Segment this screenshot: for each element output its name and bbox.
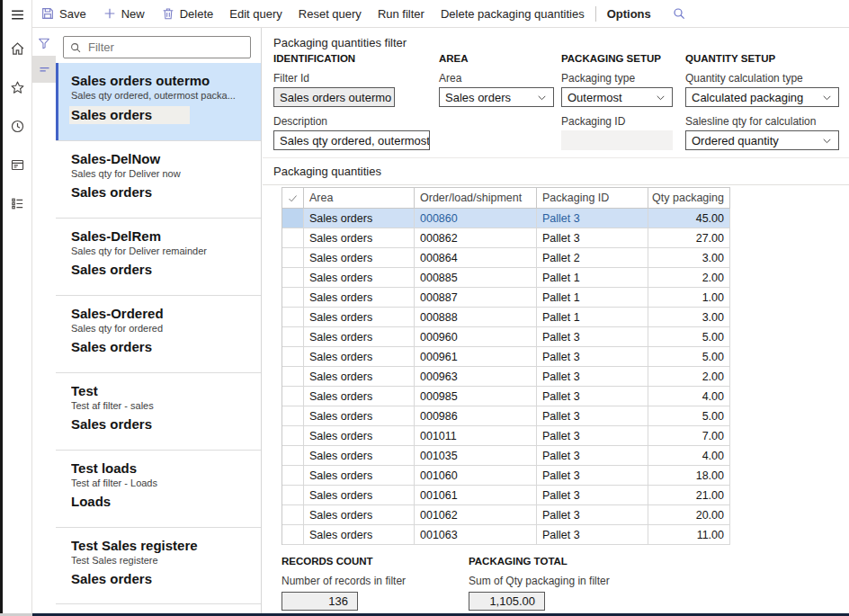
row-selector-cell[interactable]	[282, 525, 304, 544]
packaging-type-dropdown[interactable]: Outermost	[561, 87, 673, 107]
order-cell[interactable]: 001063	[415, 525, 537, 544]
saved-views-tab[interactable]	[32, 56, 56, 83]
delete-button[interactable]: Delete	[153, 6, 222, 21]
row-selector-cell[interactable]	[282, 228, 304, 247]
grid-row[interactable]: Sales orders 001061 Pallet 3 21.00	[282, 486, 730, 505]
grid-row[interactable]: Sales orders 000864 Pallet 2 3.00	[282, 248, 730, 268]
packaging-id-cell[interactable]: Pallet 3	[537, 446, 648, 465]
grid-row[interactable]: Sales orders 001060 Pallet 3 18.00	[282, 466, 730, 486]
order-cell[interactable]: 000860	[415, 209, 537, 228]
order-cell[interactable]: 000885	[415, 268, 537, 287]
order-cell[interactable]: 001035	[415, 446, 537, 465]
star-icon[interactable]	[10, 80, 25, 95]
grid-row[interactable]: Sales orders 000961 Pallet 3 5.00	[282, 347, 730, 367]
row-selector-cell[interactable]	[282, 486, 304, 504]
row-selector-cell[interactable]	[282, 406, 304, 425]
run-filter-button[interactable]: Run filter	[370, 7, 433, 21]
saved-view-test-sales-registere[interactable]: Test Sales registere Test Sales register…	[56, 527, 261, 604]
column-header-qty-packaging[interactable]: Qty packaging	[648, 188, 730, 208]
reset-query-button[interactable]: Reset query	[290, 7, 370, 21]
grid-row[interactable]: Sales orders 000963 Pallet 3 2.00	[282, 367, 730, 387]
order-cell[interactable]: 000985	[415, 387, 537, 406]
view-filter-input[interactable]	[86, 40, 245, 55]
row-selector-cell[interactable]	[282, 505, 304, 524]
grid-row[interactable]: Sales orders 000885 Pallet 1 2.00	[282, 268, 730, 288]
grid-row[interactable]: Sales orders 000986 Pallet 3 5.00	[282, 406, 730, 426]
grid-row[interactable]: Sales orders 000862 Pallet 3 27.00	[282, 228, 730, 248]
column-header-packaging-id[interactable]: Packaging ID	[537, 188, 648, 208]
row-selector-cell[interactable]	[282, 426, 304, 445]
grid-row[interactable]: Sales orders 000960 Pallet 3 5.00	[282, 327, 730, 347]
menu-icon[interactable]	[10, 7, 25, 22]
order-cell[interactable]: 000961	[415, 347, 537, 366]
save-button[interactable]: Save	[32, 6, 94, 21]
saved-view-sales-delnow[interactable]: Sales-DelNow Sales qty for Deliver now S…	[56, 140, 261, 218]
options-button[interactable]: Options	[599, 7, 659, 21]
column-header-order-load-shipment[interactable]: Order/load/shipment	[415, 188, 537, 208]
row-selector-cell[interactable]	[282, 446, 304, 465]
quantity-calc-dropdown[interactable]: Calculated packaging	[685, 87, 839, 107]
packaging-id-cell[interactable]: Pallet 3	[537, 426, 648, 445]
order-cell[interactable]: 000986	[415, 406, 537, 425]
grid-row[interactable]: Sales orders 000888 Pallet 1 3.00	[282, 308, 730, 327]
select-all-header[interactable]	[282, 188, 304, 208]
packaging-id-cell[interactable]: Pallet 3	[537, 327, 648, 346]
order-cell[interactable]: 001060	[415, 466, 537, 485]
grid-row[interactable]: Sales orders 000985 Pallet 3 4.00	[282, 387, 730, 406]
order-cell[interactable]: 001011	[415, 426, 537, 445]
packaging-id-cell[interactable]: Pallet 2	[537, 248, 648, 267]
saved-view-test-loads[interactable]: Test loads Test af filter - Loads Loads	[56, 450, 261, 527]
row-selector-cell[interactable]	[282, 347, 304, 366]
description-field[interactable]: Sales qty ordered, outermost...	[273, 130, 430, 150]
packaging-id-cell[interactable]: Pallet 3	[537, 525, 648, 544]
home-icon[interactable]	[10, 41, 25, 57]
saved-view-sales-orders-outermo[interactable]: Sales orders outermo Sales qty ordered, …	[56, 63, 261, 140]
grid-row[interactable]: Sales orders 001011 Pallet 3 7.00	[282, 426, 730, 446]
row-selector-cell[interactable]	[282, 387, 304, 406]
row-selector-cell[interactable]	[282, 327, 304, 346]
order-cell[interactable]: 000960	[415, 327, 537, 346]
new-button[interactable]: New	[94, 6, 153, 21]
packaging-id-cell[interactable]: Pallet 3	[537, 466, 648, 485]
column-header-area[interactable]: Area	[304, 188, 415, 208]
packaging-id-cell[interactable]: Pallet 1	[537, 308, 648, 326]
order-cell[interactable]: 000888	[415, 308, 537, 326]
row-selector-cell[interactable]	[282, 288, 304, 307]
order-cell[interactable]: 000862	[415, 228, 537, 247]
packaging-id-cell[interactable]: Pallet 1	[537, 288, 648, 307]
packaging-id-cell[interactable]: Pallet 3	[537, 486, 648, 504]
order-cell[interactable]: 001062	[415, 505, 537, 524]
packaging-id-cell[interactable]: Pallet 3	[537, 406, 648, 425]
recent-icon[interactable]	[10, 119, 25, 134]
delete-packaging-quantities-button[interactable]: Delete packaging quantities	[433, 7, 593, 21]
edit-query-button[interactable]: Edit query	[221, 7, 290, 21]
packaging-id-cell[interactable]: Pallet 3	[537, 209, 648, 228]
grid-row[interactable]: Sales orders 001035 Pallet 3 4.00	[282, 446, 730, 466]
row-selector-cell[interactable]	[282, 268, 304, 287]
packaging-id-cell[interactable]: Pallet 3	[537, 347, 648, 366]
row-selector-cell[interactable]	[282, 367, 304, 386]
funnel-icon[interactable]	[37, 36, 51, 50]
row-selector-cell[interactable]	[282, 466, 304, 485]
salesline-qty-dropdown[interactable]: Ordered quantity	[685, 130, 839, 150]
packaging-id-cell[interactable]: Pallet 3	[537, 367, 648, 386]
row-selector-cell[interactable]	[282, 308, 304, 326]
order-cell[interactable]: 000864	[415, 248, 537, 267]
order-cell[interactable]: 000887	[415, 288, 537, 307]
order-cell[interactable]: 000963	[415, 367, 537, 386]
grid-row[interactable]: Sales orders 001062 Pallet 3 20.00	[282, 505, 730, 525]
grid-row[interactable]: Sales orders 000860 Pallet 3 45.00	[282, 209, 730, 228]
packaging-id-cell[interactable]: Pallet 1	[537, 268, 648, 287]
packaging-id-cell[interactable]: Pallet 3	[537, 505, 648, 524]
saved-view-sales-delrem[interactable]: Sales-DelRem Sales qty for Deliver remai…	[56, 218, 261, 295]
area-dropdown[interactable]: Sales orders	[439, 87, 554, 107]
workspaces-icon[interactable]	[10, 157, 25, 173]
grid-row[interactable]: Sales orders 000887 Pallet 1 1.00	[282, 288, 730, 308]
search-icon[interactable]	[672, 6, 686, 21]
saved-view-sales-ordered[interactable]: Sales-Ordered Sales qty for ordered Sale…	[56, 295, 261, 372]
modules-icon[interactable]	[10, 196, 25, 211]
row-selector-cell[interactable]	[282, 209, 304, 228]
packaging-id-cell[interactable]: Pallet 3	[537, 228, 648, 247]
grid-row[interactable]: Sales orders 001063 Pallet 3 11.00	[282, 525, 730, 545]
saved-view-test[interactable]: Test Test af filter - sales Sales orders	[56, 372, 261, 450]
